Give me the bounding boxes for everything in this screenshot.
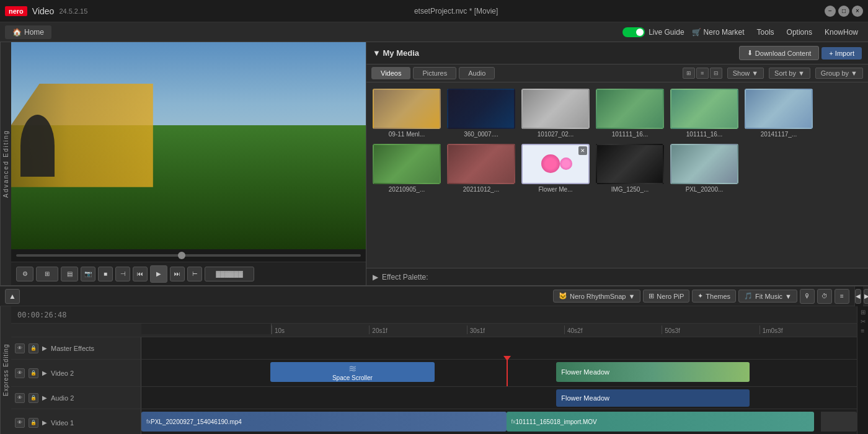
mark-in-button[interactable]: ⊣ — [115, 267, 130, 281]
minimize-button[interactable]: − — [825, 6, 836, 17]
track-eye-btn-v1[interactable]: 👁 — [15, 418, 25, 428]
list-view-button[interactable]: ≡ — [696, 68, 709, 79]
media-item-7[interactable]: 20211012_... — [447, 144, 515, 193]
close-icon[interactable]: ✕ — [578, 146, 587, 155]
app-name: Video — [32, 6, 55, 16]
clip-space-scroller[interactable]: ≋ Space Scroller — [270, 362, 435, 382]
cut-icon[interactable]: ✂ — [861, 318, 866, 325]
track-content-audio2[interactable]: Flower Meadow — [141, 387, 857, 409]
audio-track[interactable]: ▓▓▓▓▓▓ — [205, 267, 254, 281]
timeline-time-display: 00:00:26:48 — [11, 306, 857, 324]
media-item-9[interactable]: IMG_1250_... — [596, 144, 664, 193]
clip-flower-meadow-audio[interactable]: Flower Meadow — [556, 389, 750, 407]
content-area: Advanced Editing — [0, 42, 868, 434]
preview-scrubber[interactable] — [16, 254, 361, 257]
nero-market-button[interactable]: 🛒 Nero Market — [687, 25, 750, 39]
media-item-0[interactable]: 09-11 Menl... — [373, 89, 441, 138]
ruler-marks-container: 10s 20s1f 30s1f 40s2f 50s3f 1m0s3f — [272, 324, 857, 334]
preview-thumb — [178, 252, 185, 259]
home-button[interactable]: 🏠 Home — [5, 25, 51, 39]
media-thumb-7[interactable] — [447, 144, 515, 184]
media-item-6[interactable]: 20210905_... — [373, 144, 441, 193]
next-button[interactable]: ⏭ — [170, 267, 185, 281]
mark-out-button[interactable]: ⊢ — [187, 267, 202, 281]
media-thumb-6[interactable] — [373, 144, 441, 184]
import-button[interactable]: + Import — [822, 47, 862, 60]
live-guide-toggle[interactable] — [622, 27, 645, 37]
options-menu[interactable]: Options — [782, 25, 817, 39]
settings-button[interactable]: ⚙ — [16, 267, 33, 281]
media-thumb-3[interactable] — [596, 89, 664, 129]
fit-music-button[interactable]: 🎵 Fit Music ▼ — [738, 290, 797, 303]
clip-101111[interactable]: fx 101111_165018_import.MOV — [507, 412, 814, 432]
group-by-dropdown[interactable]: Group by ▼ — [815, 68, 863, 79]
show-dropdown[interactable]: Show ▼ — [727, 68, 764, 79]
tab-videos[interactable]: Videos — [371, 67, 410, 79]
tab-audio[interactable]: Audio — [459, 67, 495, 79]
view-mode-button[interactable]: ⊞ — [36, 267, 58, 281]
timeline-menu-button[interactable]: ≡ — [835, 289, 849, 304]
media-view-controls: ⊞ ≡ ⊟ Show ▼ Sort by ▼ — [683, 68, 863, 79]
clip-flower-meadow-v2[interactable]: Flower Meadow — [556, 362, 750, 382]
track-lock-btn-v2[interactable]: 🔒 — [29, 368, 38, 378]
maximize-button[interactable]: □ — [838, 6, 849, 17]
track-lock-btn-v1[interactable]: 🔒 — [29, 418, 38, 428]
media-thumb-5[interactable] — [745, 89, 813, 129]
timer-button[interactable]: ⏱ — [817, 289, 832, 304]
grid-view-button[interactable]: ⊞ — [683, 68, 695, 79]
media-item-4[interactable]: 101111_16... — [670, 89, 738, 138]
close-button[interactable]: × — [852, 6, 863, 17]
playhead[interactable] — [507, 360, 508, 386]
media-item-5[interactable]: 20141117_... — [745, 89, 813, 138]
media-label-5: 20141117_... — [745, 131, 813, 138]
media-item-2[interactable]: 101027_02... — [521, 89, 590, 138]
sort-by-dropdown[interactable]: Sort by ▼ — [769, 68, 810, 79]
track-eye-btn-v2[interactable]: 👁 — [15, 368, 25, 378]
media-item-1[interactable]: 360_0007.... — [447, 89, 515, 138]
media-thumb-1[interactable] — [447, 89, 515, 129]
download-content-button[interactable]: ⬇ Download Content — [739, 46, 820, 60]
scroll-right-button[interactable]: ▶ — [864, 289, 868, 304]
tools-icon[interactable]: ≡ — [861, 327, 865, 334]
media-item-10[interactable]: PXL_20200... — [670, 144, 738, 193]
tools-menu[interactable]: Tools — [752, 25, 779, 39]
media-item-8[interactable]: ✕Flower Me... — [521, 144, 590, 193]
view-button-2[interactable]: ▤ — [61, 267, 78, 281]
themes-button[interactable]: ✦ Themes — [692, 290, 736, 303]
play-button[interactable]: ▶ — [150, 265, 167, 283]
track-eye-btn-a2[interactable]: 👁 — [15, 393, 25, 403]
track-lock-button[interactable]: 🔒 — [29, 343, 38, 353]
microphone-button[interactable]: 🎙 — [800, 289, 815, 304]
preview-video[interactable] — [11, 42, 366, 249]
clip-end-thumb — [821, 412, 857, 432]
prev-button[interactable]: ⏮ — [133, 267, 148, 281]
media-thumb-4[interactable] — [670, 89, 738, 129]
track-lock-btn-a2[interactable]: 🔒 — [29, 393, 38, 403]
knowhow-menu[interactable]: KnowHow — [820, 25, 863, 39]
nero-pip-button[interactable]: ⊞ Nero PiP — [643, 290, 689, 303]
timeline-collapse[interactable]: ▲ — [5, 289, 20, 304]
media-thumb-10[interactable] — [670, 144, 738, 184]
zoom-expand-icon[interactable]: ⊞ — [861, 309, 866, 316]
media-thumb-8[interactable]: ✕ — [521, 144, 590, 184]
track-content-video1[interactable]: fx PXL_20200927_154046190.mp4 fx 101111_… — [141, 409, 857, 434]
clip-pxl[interactable]: fx PXL_20200927_154046190.mp4 — [141, 412, 507, 432]
app-version: 24.5.2.15 — [59, 7, 87, 15]
track-content-video2[interactable]: ≋ Space Scroller Flower Meadow — [141, 360, 857, 386]
media-thumb-9[interactable] — [596, 144, 664, 184]
scroll-left-button[interactable]: ◀ — [855, 289, 861, 304]
media-thumb-0[interactable] — [373, 89, 441, 129]
tab-pictures[interactable]: Pictures — [413, 67, 456, 79]
media-item-3[interactable]: 101111_16... — [596, 89, 664, 138]
media-thumb-2[interactable] — [521, 89, 590, 129]
track-eye-button[interactable]: 👁 — [15, 343, 25, 353]
top-panels: Advanced Editing — [0, 42, 868, 434]
fx-label-1: fx — [146, 418, 151, 425]
media-header: ▼ My Media ⬇ Download Content + Import — [366, 42, 868, 64]
detail-view-button[interactable]: ⊟ — [710, 68, 722, 79]
camera-button[interactable]: 📷 — [81, 267, 95, 281]
nero-rhythmsnap-button[interactable]: 🐱 Nero RhythmSnap ▼ — [553, 290, 640, 303]
stop-button[interactable]: ■ — [98, 267, 113, 281]
media-label-3: 101111_16... — [596, 131, 664, 138]
media-label-6: 20210905_... — [373, 186, 441, 193]
